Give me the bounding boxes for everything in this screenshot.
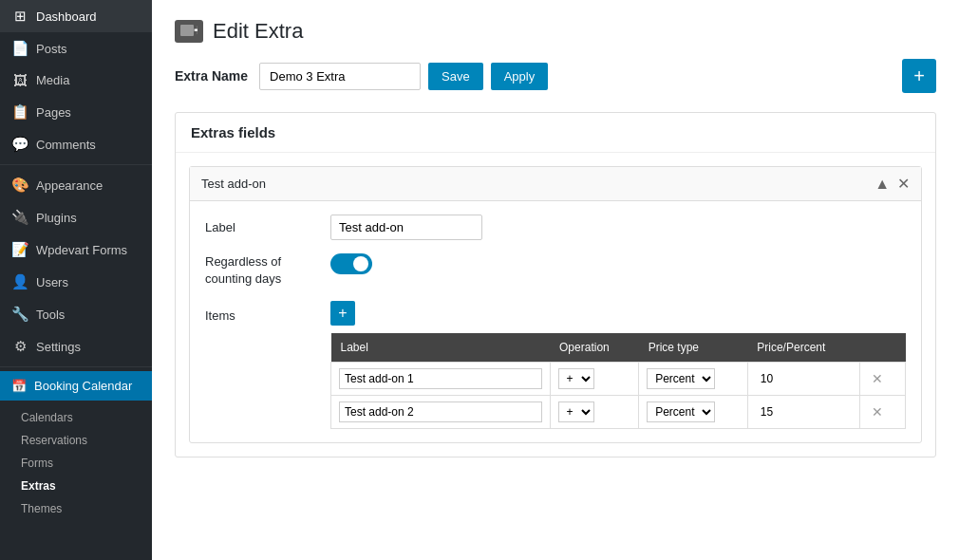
page-title-row: ✚ Edit Extra <box>175 19 936 44</box>
row2-operation-select[interactable]: + - * / <box>558 401 594 422</box>
extra-name-input[interactable] <box>259 63 421 90</box>
tools-icon: 🔧 <box>11 306 28 323</box>
row1-price-type-select[interactable]: Percent Fixed <box>647 368 715 389</box>
regardless-label: Regardless ofcounting days <box>205 253 319 288</box>
addon-header: Test add-on ▲ ✕ <box>190 167 921 201</box>
items-content: + Label Operation Price type Price/Perce… <box>330 301 906 429</box>
row1-price-type-cell: Percent Fixed <box>639 363 748 396</box>
row1-operation-cell: + - * / <box>550 363 639 396</box>
regardless-field-row: Regardless ofcounting days <box>205 253 906 288</box>
row1-operation-select[interactable]: + - * / <box>558 368 594 389</box>
row1-delete-cell: ✕ <box>860 363 906 396</box>
sidebar-item-media[interactable]: 🖼 Media <box>0 65 152 96</box>
row2-label-cell <box>331 396 551 429</box>
items-label: Items <box>205 301 319 323</box>
row2-delete-cell: ✕ <box>860 396 906 429</box>
label-field-label: Label <box>205 215 319 234</box>
row1-delete-button[interactable]: ✕ <box>868 371 887 386</box>
svg-text:✚: ✚ <box>194 25 197 37</box>
label-field-input[interactable] <box>330 215 482 240</box>
wpdevart-forms-icon: 📝 <box>11 241 28 258</box>
sidebar-item-tools[interactable]: 🔧 Tools <box>0 298 152 330</box>
sidebar-item-comments[interactable]: 💬 Comments <box>0 128 152 160</box>
dashboard-icon: ⊞ <box>11 8 28 25</box>
col-delete-header <box>860 333 906 363</box>
row1-label-input[interactable] <box>339 368 542 389</box>
addon-title: Test add-on <box>201 177 266 191</box>
table-row: + - * / Percent <box>331 396 906 429</box>
row1-label-cell <box>331 363 551 396</box>
items-table-head: Label Operation Price type Price/Percent <box>331 333 906 363</box>
toggle-slider <box>330 253 372 274</box>
items-table: Label Operation Price type Price/Percent <box>330 333 906 429</box>
row2-label-input[interactable] <box>339 401 542 422</box>
sidebar-item-pages[interactable]: 📋 Pages <box>0 96 152 128</box>
svg-rect-0 <box>180 25 194 36</box>
save-button[interactable]: Save <box>428 63 483 90</box>
row2-price-type-select[interactable]: Percent Fixed <box>647 401 715 422</box>
table-row: + - * / Percent <box>331 363 906 396</box>
media-icon: 🖼 <box>11 72 28 88</box>
items-table-body: + - * / Percent <box>331 363 906 429</box>
remove-addon-icon[interactable]: ✕ <box>897 175 910 193</box>
settings-icon: ⚙ <box>11 338 28 355</box>
sidebar-sub-item-extras[interactable]: Extras <box>0 475 152 497</box>
sidebar-item-appearance[interactable]: 🎨 Appearance <box>0 169 152 201</box>
page-title: Edit Extra <box>213 19 303 44</box>
users-icon: 👤 <box>11 273 28 290</box>
sidebar-item-booking-calendar[interactable]: 📅 Booking Calendar <box>0 371 152 401</box>
sidebar-sub-item-reservations[interactable]: Reservations <box>0 429 152 452</box>
collapse-icon[interactable]: ▲ <box>874 176 890 193</box>
sidebar-item-plugins[interactable]: 🔌 Plugins <box>0 201 152 233</box>
add-extra-button[interactable]: + <box>902 59 936 93</box>
sidebar-divider-2 <box>0 366 152 367</box>
row2-operation-cell: + - * / <box>550 396 639 429</box>
posts-icon: 📄 <box>11 40 28 57</box>
addon-block: Test add-on ▲ ✕ Label Regardless ofcount… <box>189 166 922 443</box>
sidebar-item-posts[interactable]: 📄 Posts <box>0 32 152 65</box>
extras-panel-title: Extras fields <box>176 113 935 153</box>
row2-price-type-cell: Percent Fixed <box>639 396 748 429</box>
appearance-icon: 🎨 <box>11 177 28 194</box>
row1-price-percent-cell <box>747 363 860 396</box>
add-item-button[interactable]: + <box>330 301 355 326</box>
sidebar-divider-1 <box>0 164 152 165</box>
extras-panel: Extras fields Test add-on ▲ ✕ Label <box>175 112 936 457</box>
apply-button[interactable]: Apply <box>491 63 549 90</box>
main-content: ✚ Edit Extra Extra Name Save Apply + Ext… <box>152 0 959 560</box>
row2-price-input[interactable] <box>756 402 813 421</box>
row1-price-input[interactable] <box>756 369 813 388</box>
sidebar-sub-section: Calendars Reservations Forms Extras Them… <box>0 401 152 522</box>
plugins-icon: 🔌 <box>11 209 28 226</box>
sidebar-sub-item-themes[interactable]: Themes <box>0 497 152 520</box>
col-price-percent-header: Price/Percent <box>747 333 860 363</box>
addon-controls: ▲ ✕ <box>874 175 910 193</box>
items-row: Items + Label Operation Price type Price… <box>205 301 906 429</box>
label-field-row: Label <box>205 215 906 240</box>
sidebar-sub-item-calendars[interactable]: Calendars <box>0 406 152 429</box>
extra-name-row: Extra Name Save Apply + <box>175 59 936 93</box>
addon-body: Label Regardless ofcounting days Items <box>190 201 921 442</box>
toggle-counting-days[interactable] <box>330 253 372 274</box>
main-inner: ✚ Edit Extra Extra Name Save Apply + Ext… <box>152 0 959 560</box>
pages-icon: 📋 <box>11 103 28 121</box>
edit-extra-icon: ✚ <box>175 20 203 43</box>
sidebar-item-settings[interactable]: ⚙ Settings <box>0 330 152 363</box>
col-operation-header: Operation <box>550 333 639 363</box>
sidebar: ⊞ Dashboard 📄 Posts 🖼 Media 📋 Pages 💬 Co… <box>0 0 152 560</box>
booking-calendar-icon: 📅 <box>11 379 27 393</box>
sidebar-item-wpdevart-forms[interactable]: 📝 Wpdevart Forms <box>0 233 152 266</box>
sidebar-sub-item-forms[interactable]: Forms <box>0 452 152 475</box>
sidebar-item-dashboard[interactable]: ⊞ Dashboard <box>0 0 152 32</box>
col-price-type-header: Price type <box>639 333 748 363</box>
row2-price-percent-cell <box>747 396 860 429</box>
plus-icon: + <box>913 65 925 87</box>
extra-name-label: Extra Name <box>175 68 248 84</box>
row2-delete-button[interactable]: ✕ <box>868 404 887 420</box>
col-label-header: Label <box>331 333 551 363</box>
sidebar-item-users[interactable]: 👤 Users <box>0 266 152 298</box>
comments-icon: 💬 <box>11 136 28 153</box>
